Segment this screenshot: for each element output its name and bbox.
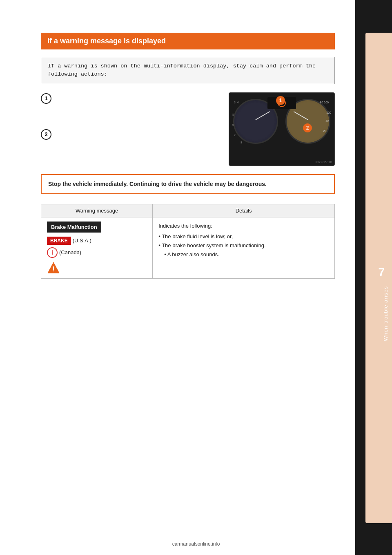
step-2: 2 [41, 128, 220, 140]
brake-usa-badge: BRAKE [47, 237, 71, 245]
triangle-row: ! [47, 261, 147, 274]
sidebar-chapter-number: 7 [378, 266, 385, 279]
circle-i-icon: i [47, 247, 58, 258]
detail-item-1: The brake fluid level is low; or, [158, 232, 329, 241]
table-row: Brake Malfunction BRAKE (U.S.A.) i (Cana… [41, 217, 335, 278]
info-box: If a warning is shown on the multi-infor… [41, 57, 335, 84]
warning-box: Stop the vehicle immediately. Continuing… [41, 174, 335, 194]
step-1-number: 1 [45, 95, 47, 101]
detail-item-2: The brake booster system is malfunctioni… [158, 241, 329, 250]
step-2-circle: 2 [41, 129, 51, 140]
svg-text:!: ! [52, 266, 54, 273]
warning-table: Warning message Details Brake Malfunctio… [41, 204, 335, 279]
watermark-text: carmanualsonline.info [172, 541, 220, 547]
dashboard-image: ▲ 1 2 3 4 5 6 7 8 80 100 120 40 20 [229, 92, 335, 166]
detail-item-3: A buzzer also sounds. [158, 250, 329, 259]
usa-label: (U.S.A.) [73, 237, 91, 244]
details-list: The brake fluid level is low; or, The br… [158, 232, 329, 259]
table-cell-details: Indicates the following: The brake fluid… [153, 217, 335, 278]
brake-usa-row: BRAKE (U.S.A.) [47, 237, 147, 245]
table-col2-header: Details [153, 204, 335, 217]
brake-malfunction-text: Brake Malfunction [51, 224, 97, 230]
sidebar-chapter-label: When trouble arises [383, 286, 389, 341]
image-watermark: IN72C5018 [316, 160, 332, 164]
step-1: 1 [41, 92, 220, 104]
dashboard-image-column: ▲ 1 2 3 4 5 6 7 8 80 100 120 40 20 [229, 92, 335, 166]
details-intro: Indicates the following: [158, 223, 212, 229]
brake-malfunction-badge: Brake Malfunction [47, 222, 101, 233]
canada-label: (Canada) [59, 249, 81, 255]
brake-canada-row: i (Canada) [47, 247, 147, 258]
dashboard-badge-2: 2 [303, 123, 312, 132]
warning-box-text: Stop the vehicle immediately. Continuing… [48, 181, 267, 187]
watermark: carmanualsonline.info [172, 541, 220, 547]
info-box-text: If a warning is shown on the multi-infor… [48, 63, 316, 77]
section-header-title: If a warning message is displayed [47, 37, 166, 45]
steps-area: 1 2 [41, 92, 335, 166]
dashboard-badge-1: 1 [276, 96, 285, 105]
step-1-circle: 1 [41, 93, 51, 104]
details-content: Indicates the following: The brake fluid… [158, 222, 329, 259]
table-cell-message: Brake Malfunction BRAKE (U.S.A.) i (Cana… [41, 217, 153, 278]
section-header: If a warning message is displayed [41, 33, 335, 49]
triangle-warning-icon: ! [47, 261, 60, 274]
step-2-number: 2 [45, 131, 47, 137]
steps-text-column: 1 2 [41, 92, 220, 166]
table-col1-header: Warning message [41, 204, 153, 217]
